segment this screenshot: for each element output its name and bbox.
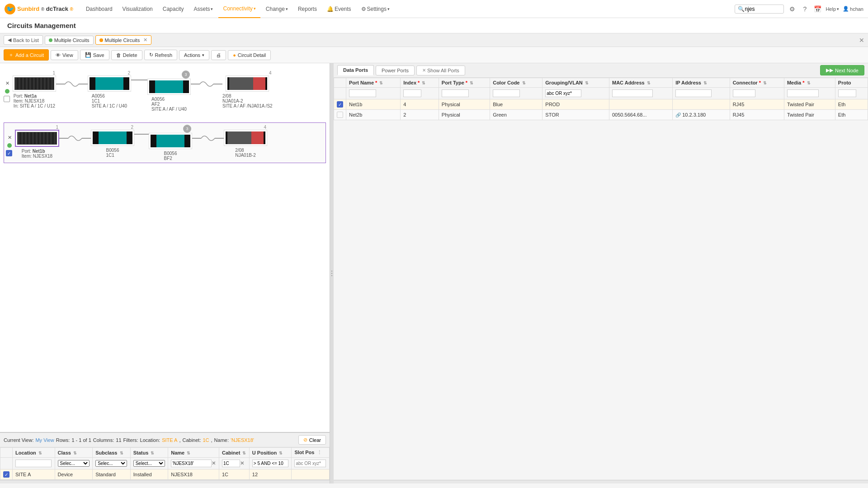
col-uposition[interactable]: U Position ⇅ [249, 448, 292, 458]
filter-slotpos-input[interactable] [294, 460, 326, 467]
col-slotpos[interactable]: Slot Pos ⋮ [292, 448, 330, 458]
col-color-code[interactable]: Color Code ⇅ [490, 78, 542, 88]
col-grouping[interactable]: Grouping/VLAN ⇅ [542, 78, 609, 88]
nav-dashboard[interactable]: Dashboard [81, 0, 117, 18]
table-scrollbar-h[interactable] [0, 480, 330, 483]
refresh-button[interactable]: ↻ Refresh [144, 50, 178, 60]
node-box[interactable] [149, 133, 192, 149]
app-logo[interactable]: 🐦 Sunbird ® dcTrack ® [5, 4, 73, 14]
node-box-selected[interactable] [15, 130, 59, 147]
filter-media-input[interactable] [787, 89, 819, 97]
row-checkbox[interactable]: ✓ [3, 471, 9, 478]
nav-capacity[interactable]: Capacity [158, 0, 189, 18]
col-ip[interactable]: IP Address ⇅ [673, 78, 730, 88]
col-proto[interactable]: Proto [835, 78, 868, 88]
main-table-container[interactable]: Location ⇅ Class ⇅ Subclass ⇅ [0, 447, 330, 480]
tab-data-ports[interactable]: Data Ports [337, 65, 374, 75]
filter-ip-input[interactable] [675, 89, 712, 97]
filter-portname-input[interactable] [349, 89, 376, 97]
node-box[interactable] [88, 75, 131, 92]
tab-multiple-circuits-2[interactable]: Multiple Circuits ✕ [95, 35, 152, 45]
delete-button[interactable]: 🗑 Delete [111, 50, 142, 60]
clear-button[interactable]: ⊘ Clear [298, 435, 326, 445]
col-class[interactable]: Class ⇅ [55, 448, 93, 458]
filter-location-input[interactable] [15, 460, 52, 467]
print-button[interactable]: 🖨 [211, 50, 226, 60]
row-checkbox-1[interactable]: ✓ [337, 101, 343, 108]
nav-settings[interactable]: ⚙Settings▾ [357, 0, 394, 18]
close-all-icon[interactable]: ✕ [859, 37, 864, 44]
filter-porttype-input[interactable] [442, 89, 469, 97]
nav-visualization[interactable]: Visualization [118, 0, 157, 18]
filter-cabinet-input[interactable] [222, 460, 240, 467]
col-port-type[interactable]: Port Type * ⇅ [439, 78, 490, 88]
search-input[interactable] [745, 6, 781, 12]
clear-filter-icon[interactable]: ✕ [212, 460, 216, 466]
node-box[interactable] [147, 79, 191, 95]
filter-class-select[interactable]: Selec... [58, 460, 90, 467]
filter-mac-input[interactable] [612, 89, 653, 97]
view-value[interactable]: My View [35, 437, 54, 443]
col-subclass[interactable]: Subclass ⇅ [93, 448, 131, 458]
filter-colorcode-input[interactable] [493, 89, 520, 97]
tab-multiple-circuits-1[interactable]: Multiple Circuits [45, 36, 94, 45]
right-scrollbar-h[interactable] [334, 480, 868, 483]
col-cabinet[interactable]: Cabinet ⇅ [219, 448, 249, 458]
col-name[interactable]: Name ⇅ [168, 448, 219, 458]
node-box[interactable] [226, 75, 269, 92]
help-button[interactable]: Help▾ [826, 6, 839, 12]
col-location[interactable]: Location ⇅ [13, 448, 55, 458]
settings-icon[interactable]: ⚙ [788, 5, 797, 14]
nav-change[interactable]: Change▾ [261, 0, 292, 18]
calendar-icon[interactable]: 📅 [813, 5, 822, 14]
table-row[interactable]: ✓ SITE A Device Standard Installed NJESX… [0, 469, 330, 480]
circuit-controls-2: ✕ ✓ [6, 125, 13, 156]
col-status[interactable]: Status ⇅ [130, 448, 168, 458]
filter-connector-input[interactable] [733, 89, 755, 97]
filter-index-input[interactable] [403, 89, 421, 97]
col-mac[interactable]: MAC Address ⇅ [609, 78, 673, 88]
col-port-name[interactable]: Port Name * ⇅ [346, 78, 401, 88]
circuit-detail-button[interactable]: ● Circuit Detail [228, 50, 271, 60]
search-box[interactable]: 🔍 [735, 5, 784, 14]
add-circuit-button[interactable]: ＋ Add a Circuit [4, 49, 49, 61]
circuit-checkbox-1[interactable] [4, 96, 10, 102]
close-circuit-icon[interactable]: ✕ [6, 134, 13, 141]
save-button[interactable]: 💾 Save [80, 50, 109, 60]
col-connector[interactable]: Connector * ⇅ [730, 78, 784, 88]
filter-status-select[interactable]: Select... [133, 460, 165, 467]
right-table-container[interactable]: Port Name * ⇅ Index * ⇅ Port Type * [334, 78, 868, 480]
right-table-row-2[interactable]: Net2b 2 Physical Green STOR 0050.5664.68… [334, 110, 868, 120]
clear-filter-icon[interactable]: ✕ [240, 460, 244, 466]
view-button[interactable]: 👁 View [51, 50, 78, 60]
help-question-icon[interactable]: ? [800, 5, 809, 14]
resize-handle[interactable] [330, 63, 334, 483]
circuit-checkbox-2[interactable]: ✓ [6, 150, 12, 156]
close-circuit-icon[interactable]: ✕ [4, 80, 11, 87]
nav-events[interactable]: 🔔Events [322, 0, 356, 18]
right-table-row-1[interactable]: ✓ Net1b 4 Physical Blue PROD RJ45 Twiste… [334, 99, 868, 110]
close-tab-icon[interactable]: ✕ [143, 37, 147, 43]
next-node-button[interactable]: ▶▶ Next Node [820, 65, 864, 75]
row-checkbox-2[interactable] [337, 112, 343, 118]
col-index[interactable]: Index * ⇅ [401, 78, 439, 88]
actions-button[interactable]: Actions ▾ [179, 50, 209, 60]
filter-name-input[interactable] [171, 460, 212, 467]
filter-proto-input[interactable] [838, 89, 856, 97]
nav-assets[interactable]: Assets▾ [189, 0, 217, 18]
col-media[interactable]: Media * ⇅ [784, 78, 835, 88]
tab-power-ports[interactable]: Power Ports [376, 66, 415, 75]
node-box[interactable] [91, 130, 134, 146]
back-to-list-button[interactable]: ◀ Back to List [4, 35, 43, 45]
node-box[interactable] [13, 75, 56, 92]
user-menu[interactable]: 👤 hchan [843, 6, 863, 12]
tab-show-all-ports[interactable]: ✕ Show All Ports [416, 66, 465, 75]
filter-grouping-input[interactable] [545, 89, 581, 97]
sort-icon: ⇅ [73, 451, 77, 455]
nav-reports[interactable]: Reports [293, 0, 321, 18]
filter-subclass-select[interactable]: Selec... [95, 460, 127, 467]
filter-upos-input[interactable] [252, 460, 288, 467]
nav-connectivity[interactable]: Connectivity▾ [218, 0, 260, 18]
node-box[interactable] [224, 130, 267, 146]
search-icon: 🔍 [738, 6, 745, 12]
